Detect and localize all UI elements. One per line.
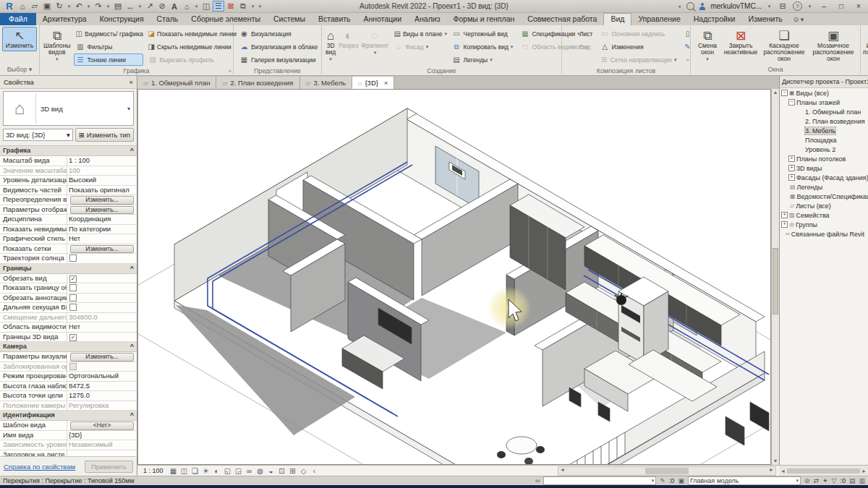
section-extents[interactable]: Границы^ — [0, 264, 137, 274]
prop-row[interactable]: Графический стиль от...Нет — [0, 234, 137, 244]
collapse-icon[interactable]: ^ — [130, 411, 134, 420]
aligned-dimension-icon[interactable]: ↗ — [144, 1, 156, 12]
prop-row[interactable]: Уровень детализацииВысокий — [0, 176, 137, 186]
panel-select-label[interactable]: Выбор ▾ — [0, 65, 39, 74]
tree-item-revit-links[interactable]: ∞Связанные файлы Revit — [780, 229, 868, 239]
render-gallery-button[interactable]: ▦Галерея визуализации — [237, 53, 320, 66]
visual-style-icon[interactable]: ❏ — [191, 467, 200, 475]
prop-row[interactable]: Дальняя секущая Вкл — [0, 303, 137, 313]
displaced-elements-icon[interactable]: ⊞ — [289, 467, 297, 475]
view-tab-plan-3[interactable]: ▱3. Мебель — [300, 77, 352, 89]
tag-icon[interactable]: ⊘ — [156, 1, 168, 12]
prop-row[interactable]: Обрезать аннотации — [0, 294, 137, 304]
user-interface-button[interactable]: ▤ Интерфейс пользователя▾ — [861, 27, 868, 64]
app-store-icon[interactable]: ⊟ — [777, 1, 788, 12]
filters-button[interactable]: ▥Фильтры — [74, 40, 143, 53]
checkbox-unchecked[interactable] — [69, 294, 77, 301]
tree-item-level-2[interactable]: Уровень 2 — [780, 145, 868, 154]
tree-item-site[interactable]: Площадка — [780, 135, 868, 145]
properties-close-icon[interactable]: × — [129, 76, 133, 88]
temporary-view-properties-icon[interactable]: ⊡ — [278, 467, 286, 475]
view-templates-button[interactable]: ⧉ Шаблоны видов▾ — [42, 27, 72, 64]
tree-item-floor-plans[interactable]: −Планы этажей — [780, 98, 868, 107]
tree-item-sheets[interactable]: ▱Листы (все) — [780, 201, 868, 210]
section-camera[interactable]: Камера^ — [0, 342, 137, 352]
prop-row[interactable]: Параметры отображе...Изменить... — [0, 205, 137, 215]
search-caret-icon[interactable]: ◂ — [676, 1, 682, 12]
show-hidden-lines-button[interactable]: ◪Показать невидимые линии — [146, 27, 231, 40]
cascade-windows-button[interactable]: ❏ Каскадное расположение окон — [760, 27, 809, 64]
tab-view[interactable]: Вид — [603, 13, 631, 25]
print-icon[interactable]: ▤ — [112, 1, 124, 12]
checkbox-unchecked[interactable] — [69, 284, 77, 291]
tree-item-plan-3-selected[interactable]: 3. Мебель — [780, 126, 868, 135]
checkbox-unchecked[interactable] — [69, 304, 77, 311]
3d-caret-icon[interactable]: ▾ — [193, 1, 200, 12]
3d-view-button[interactable]: ⌂ 3D вид▾ — [324, 27, 337, 64]
reveal-constraints-icon[interactable]: ◇ — [299, 467, 308, 475]
tree-item-plan-1[interactable]: 1. Обмерный план — [780, 107, 868, 116]
reveal-hidden-elements-icon[interactable]: ◍ — [256, 467, 265, 475]
prop-row[interactable]: Шаблон вида<Нет> — [0, 421, 137, 431]
tab-structure[interactable]: Конструкция — [93, 13, 150, 25]
prop-row[interactable]: Режим проецированияОртогональный — [0, 372, 137, 382]
tab-analyze[interactable]: Анализ — [408, 13, 446, 25]
close-inactive-icon[interactable]: ⊠ — [225, 1, 237, 12]
sun-path-icon[interactable]: ☀ — [202, 467, 210, 475]
scale-control[interactable]: 1 : 100 — [140, 467, 166, 474]
tree-item-elevations[interactable]: +Фасады (Фасад здания) — [780, 173, 868, 182]
view-tab-plan-1[interactable]: ▱1. Обмерный план — [137, 77, 216, 89]
tree-item-ceiling-plans[interactable]: +Планы потолков — [780, 154, 868, 163]
render-button[interactable]: ◉Визуализация — [237, 27, 320, 40]
dialog-launcher-icon[interactable]: » — [229, 67, 231, 76]
duplicate-view-button[interactable]: ⧉Копировать вид▾ — [450, 40, 516, 53]
tab-precast[interactable]: Сборные элементы — [184, 13, 267, 25]
tree-item-families[interactable]: +▨Семейства — [780, 210, 868, 220]
legends-button[interactable]: ▤Легенды▾ — [450, 53, 516, 66]
prop-row[interactable]: Обрезать вид — [0, 274, 137, 284]
exclude-options-icon[interactable]: ⊘ — [804, 477, 810, 484]
user-name[interactable]: merkulovTMC... — [710, 2, 762, 10]
prop-row[interactable]: Границы 3D вида — [0, 333, 137, 343]
worksets-icon[interactable]: ∞ — [535, 477, 540, 484]
collapse-icon[interactable]: ^ — [130, 146, 134, 155]
help-icon[interactable]: ? — [793, 1, 802, 11]
prop-row[interactable]: Имя вида{3D} — [0, 431, 137, 441]
type-selector[interactable]: ⌂ 3D вид ▾ — [3, 91, 134, 126]
prop-row[interactable]: Траектория солнца — [0, 254, 137, 264]
revit-logo-icon[interactable]: R — [3, 1, 16, 12]
section-icon[interactable]: ◫ — [200, 1, 212, 12]
customize-qat-icon[interactable]: ▾ — [257, 1, 263, 12]
tree-item-3d-views[interactable]: +3D виды — [780, 163, 868, 173]
tree-item-views[interactable]: −▣Виды (все) — [780, 88, 868, 98]
prop-row[interactable]: Параметры визуализа...Изменить... — [0, 352, 137, 362]
tile-windows-button[interactable]: ▣ Мозаичное расположение окон — [809, 27, 858, 64]
scale-icon[interactable]: ▦ — [169, 467, 178, 475]
help-caret-icon[interactable]: ▾ — [807, 1, 813, 12]
revisions-button[interactable]: △Изменения — [597, 40, 678, 53]
edit-button[interactable]: Изменить... — [70, 206, 134, 215]
modify-button[interactable]: ↖ Изменить — [2, 27, 37, 51]
close-inactive-button[interactable]: ⊠ Закрыть неактивные — [722, 27, 760, 58]
tab-manage[interactable]: Управление — [631, 13, 686, 25]
edit-type-button[interactable]: ⊞Изменить тип — [75, 128, 134, 142]
collapse-icon[interactable]: ^ — [130, 342, 134, 351]
filter-icon[interactable]: ▽ — [832, 477, 837, 484]
tab-modify[interactable]: Изменить — [741, 13, 788, 25]
scroll-down-icon[interactable]: ▼ — [772, 458, 779, 465]
minimize-button[interactable]: – — [817, 2, 830, 10]
edit-button[interactable]: Изменить... — [70, 245, 134, 254]
design-options-icon[interactable]: ▣ — [678, 477, 684, 484]
browser-horizontal-scrollbar[interactable]: ◄► — [779, 465, 868, 476]
save-icon[interactable]: ▣ — [41, 1, 53, 12]
tree-item-groups[interactable]: +◎Группы — [780, 220, 868, 229]
close-button[interactable]: × — [852, 2, 865, 10]
view-tab-plan-2[interactable]: ▱2. План возведения — [216, 77, 299, 89]
collapse-icon[interactable]: ^ — [130, 264, 134, 273]
remove-hidden-lines-button[interactable]: ◨Скрыть невидимые линии — [146, 40, 231, 53]
edit-button[interactable]: Изменить... — [70, 353, 134, 361]
scrollbar-thumb[interactable] — [645, 468, 689, 474]
switch-windows-button[interactable]: ⧉ Смена окон▾ — [693, 27, 722, 64]
tree-item-schedules[interactable]: ▦Ведомости/Спецификации — [780, 192, 868, 201]
redo-caret-icon[interactable]: ▾ — [105, 1, 111, 12]
